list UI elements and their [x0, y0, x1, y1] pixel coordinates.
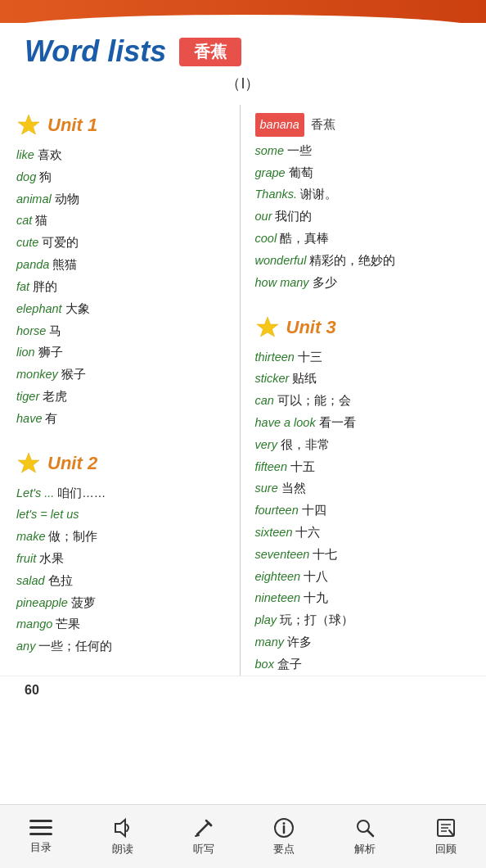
star-icon-unit3: [255, 315, 280, 340]
list-item: mango 芒果: [16, 613, 232, 635]
main-content: Unit 1 like 喜欢 dog 狗 animal 动物 cat 猫 cut…: [0, 105, 486, 676]
star-icon-unit1: [16, 113, 41, 138]
header: Word lists 香蕉 （I）: [0, 23, 486, 93]
toolbar-item-keypoints[interactable]: 要点: [273, 817, 295, 857]
svg-marker-1: [18, 453, 39, 472]
star-icon-unit2: [16, 451, 41, 476]
speaker-icon: [112, 817, 133, 839]
list-item: very 很，非常: [255, 434, 470, 456]
toolbar-label-keypoints: 要点: [273, 842, 295, 857]
list-item: salad 色拉: [16, 570, 232, 592]
top-decorative-bar: [0, 0, 486, 23]
unit1-word-list: like 喜欢 dog 狗 animal 动物 cat 猫 cute 可爱的 p…: [16, 144, 232, 430]
list-item: sixteen 十六: [255, 522, 470, 544]
list-item: panda 熊猫: [16, 254, 232, 276]
page-title: Word lists: [25, 34, 166, 69]
list-item: sticker 贴纸: [255, 368, 470, 390]
list-item: sure 当然: [255, 477, 470, 500]
banana-word-en: banana: [255, 113, 304, 137]
list-item: cute 可爱的: [16, 232, 232, 254]
unit2-right-word-list: some 一些 grape 葡萄 Thanks. 谢谢。 our 我们的 coo…: [255, 140, 470, 294]
column-right: banana 香蕉 some 一些 grape 葡萄 Thanks. 谢谢。 o…: [241, 105, 470, 676]
list-item: wonderful 精彩的，绝妙的: [255, 250, 470, 272]
banana-word-cn: 香蕉: [308, 118, 335, 131]
bottom-toolbar: 目录 朗读 听写 要点 解析: [0, 804, 486, 868]
svg-line-10: [196, 835, 199, 836]
list-item: our 我们的: [255, 206, 470, 228]
list-item: can 可以；能；会: [255, 390, 470, 412]
svg-line-7: [197, 823, 209, 834]
unit2-word-list: Let's ... 咱们…… let's = let us make 做；制作 …: [16, 482, 232, 658]
banana-badge: 香蕉: [179, 38, 241, 66]
list-item: any 一些；任何的: [16, 635, 232, 658]
unit3-heading: Unit 3: [255, 315, 470, 340]
info-icon: [273, 817, 295, 839]
list-item: pineapple 菠萝: [16, 592, 232, 614]
list-item: some 一些: [255, 140, 470, 162]
svg-rect-4: [29, 826, 52, 829]
svg-marker-0: [18, 115, 39, 134]
list-item: fat 胖的: [16, 276, 232, 298]
list-item: Let's ... 咱们……: [16, 482, 232, 504]
list-item: elephant 大象: [16, 298, 232, 320]
list-item: nineteen 十九: [255, 587, 470, 609]
toolbar-item-review[interactable]: 回顾: [435, 817, 457, 857]
list-item: tiger 老虎: [16, 386, 232, 408]
unit2-heading: Unit 2: [16, 451, 232, 476]
list-item: eighteen 十八: [255, 566, 470, 588]
list-item: grape 葡萄: [255, 162, 470, 184]
title-row: Word lists 香蕉: [25, 34, 461, 69]
list-item: have a look 看一看: [255, 412, 470, 434]
search-icon: [354, 817, 376, 839]
list-item: lion 狮子: [16, 341, 232, 364]
toolbar-label-read: 朗读: [112, 842, 133, 857]
svg-marker-2: [257, 317, 278, 337]
list-item: dog 狗: [16, 166, 232, 188]
list-item: horse 马: [16, 320, 232, 342]
list-item: many 许多: [255, 631, 470, 653]
review-icon: [435, 817, 457, 839]
list-item: how many 多少: [255, 272, 470, 294]
toolbar-label-contents: 目录: [30, 840, 52, 855]
toolbar-item-dictation[interactable]: 听写: [193, 817, 214, 857]
toolbar-item-analysis[interactable]: 解析: [354, 817, 376, 857]
svg-line-20: [449, 830, 453, 835]
column-left: Unit 1 like 喜欢 dog 狗 animal 动物 cat 猫 cut…: [16, 105, 241, 676]
list-item: animal 动物: [16, 188, 232, 210]
list-item: thirteen 十三: [255, 346, 470, 368]
toolbar-label-review: 回顾: [435, 842, 457, 857]
list-item: cat 猫: [16, 210, 232, 232]
list-item: have 有: [16, 408, 232, 430]
list-item: fruit 水果: [16, 548, 232, 570]
pencil-icon: [193, 817, 214, 839]
unit1-label: Unit 1: [47, 115, 97, 136]
list-item: seventeen 十七: [255, 544, 470, 566]
unit1-heading: Unit 1: [16, 113, 232, 138]
svg-rect-5: [29, 833, 52, 835]
list-item: play 玩；打（球）: [255, 609, 470, 631]
list-item: Thanks. 谢谢。: [255, 183, 470, 206]
unit2-label: Unit 2: [47, 453, 97, 474]
list-item: let's = let us: [16, 504, 232, 526]
list-item: cool 酷，真棒: [255, 228, 470, 250]
toolbar-label-dictation: 听写: [193, 842, 214, 857]
svg-line-15: [367, 830, 373, 836]
list-item: fourteen 十四: [255, 500, 470, 522]
toolbar-label-analysis: 解析: [354, 842, 376, 857]
page-number: 60: [0, 676, 486, 704]
list-item: make 做；制作: [16, 526, 232, 548]
svg-line-9: [209, 823, 211, 825]
menu-icon: [29, 819, 52, 837]
list-item: like 喜欢: [16, 144, 232, 166]
unit3-word-list: thirteen 十三 sticker 贴纸 can 可以；能；会 have a…: [255, 346, 470, 676]
svg-marker-6: [115, 820, 125, 836]
list-item: fifteen 十五: [255, 456, 470, 478]
toolbar-item-read[interactable]: 朗读: [112, 817, 133, 857]
subtitle: （I）: [25, 74, 461, 93]
toolbar-item-contents[interactable]: 目录: [29, 819, 52, 855]
banana-highlight-row: banana 香蕉: [255, 113, 470, 137]
list-item: monkey 猴子: [16, 364, 232, 386]
svg-rect-3: [29, 820, 52, 822]
unit3-label: Unit 3: [286, 317, 336, 338]
list-item: box 盒子: [255, 653, 470, 676]
